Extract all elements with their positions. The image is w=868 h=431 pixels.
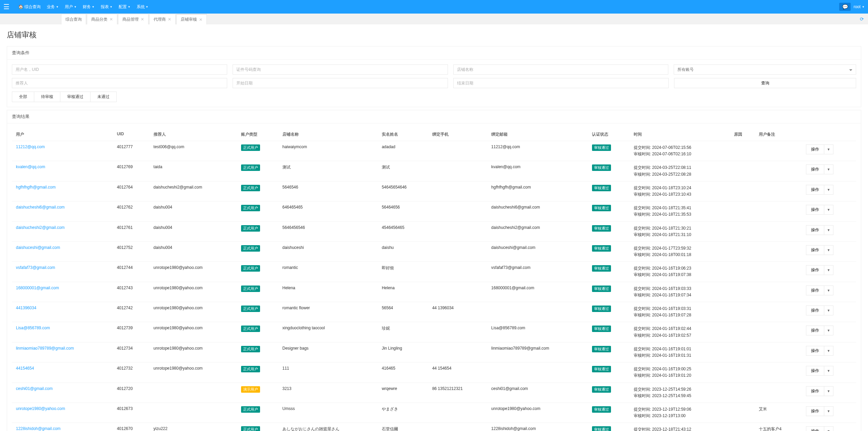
end-date-input[interactable] [453,78,669,88]
operate-caret[interactable]: ▼ [824,225,833,235]
user-link[interactable]: vsfafaf73@gmail.com [16,265,55,270]
operate-caret[interactable]: ▼ [824,406,833,416]
operate-button[interactable]: 操作 [806,426,824,431]
status-tab[interactable]: 待审核 [34,92,60,102]
user-link[interactable]: Lisa@856789.com [16,326,50,330]
user-link[interactable]: 168000001@gmail.com [16,286,59,290]
user-link[interactable]: unrotope1980@yahoo.com [16,406,65,411]
user-link[interactable]: linmiaomiao789789@gmail.com [16,346,74,351]
nav-item[interactable]: 财务 ▼ [81,4,97,10]
tab[interactable]: 商品分类✕ [87,14,117,24]
operate-caret[interactable]: ▼ [824,306,833,315]
operate-button[interactable]: 操作 [806,406,824,416]
tabs-bar: 综合查询商品分类✕商品管理✕代理商✕店铺审核✕ ⟳ [0,14,868,24]
operate-caret[interactable]: ▼ [824,286,833,295]
tab-label: 店铺审核 [181,17,197,22]
phone-cell [428,241,487,261]
nav-item[interactable]: 业务 ▼ [45,4,61,10]
user-link[interactable]: 441396034 [16,306,36,310]
operate-button[interactable]: 操作 [806,205,824,215]
user-menu[interactable]: 💬 root ▼ [839,3,865,11]
close-icon[interactable]: ✕ [199,17,202,22]
close-icon[interactable]: ✕ [110,17,113,22]
account-select[interactable]: 所有账号 [674,64,856,75]
refresh-icon[interactable]: ⟳ [860,16,864,22]
caret-down-icon: ▼ [56,5,59,8]
chat-icon[interactable]: 💬 [839,3,851,11]
home-icon: 🏠 [18,4,23,9]
nav-item[interactable]: 报表 ▼ [99,4,115,10]
reason-cell [730,342,755,362]
operate-button[interactable]: 操作 [806,265,824,275]
close-icon[interactable]: ✕ [141,17,144,22]
hamburger-icon[interactable]: ☰ [3,3,9,11]
nav-item[interactable]: 配置 ▼ [117,4,133,10]
column-header: 用户备注 [755,128,802,141]
operate-button[interactable]: 操作 [806,326,824,335]
results-panel: 查询结果 用户UID推荐人账户类型店铺名称实名姓名绑定手机绑定邮箱认证状态时间原… [7,110,861,431]
nav-item[interactable]: 🏠 综合查询 [16,4,43,10]
account-type-badge: 正式用户 [241,406,260,413]
operate-caret[interactable]: ▼ [824,366,833,376]
tab-label: 综合查询 [65,17,82,22]
operate-button[interactable]: 操作 [806,164,824,174]
operate-caret[interactable]: ▼ [824,245,833,255]
table-row: vsfafaf73@gmail.com4012744unrotope1980@y… [12,262,856,282]
operate-caret[interactable]: ▼ [824,386,833,396]
tab[interactable]: 商品管理✕ [118,14,149,24]
operate-caret[interactable]: ▼ [824,205,833,215]
tab[interactable]: 综合查询 [61,14,86,24]
operate-button[interactable]: 操作 [806,185,824,195]
email-cell: daishucheshi6@gmail.com [487,201,588,221]
tab[interactable]: 代理商✕ [149,14,176,24]
remark-cell [755,201,802,221]
start-date-input[interactable] [233,78,448,88]
operate-caret[interactable]: ▼ [824,185,833,195]
account-type-badge: 正式用户 [241,245,260,252]
operate-button[interactable]: 操作 [806,366,824,376]
user-link[interactable]: daishucheshi6@gmail.com [16,205,65,210]
realname-cell: Helena [378,282,428,302]
user-link[interactable]: 44154654 [16,366,34,371]
search-button[interactable]: 查询 [674,78,856,88]
nav-item[interactable]: 用户 ▼ [63,4,79,10]
operate-caret[interactable]: ▼ [824,426,833,431]
user-link[interactable]: kvalen@qq.com [16,164,45,169]
operate-button[interactable]: 操作 [806,144,824,154]
tab[interactable]: 店铺审核✕ [176,14,207,24]
shop-cell: 5646456546 [278,221,378,241]
operate-button[interactable]: 操作 [806,286,824,295]
recommender-input[interactable] [12,78,227,88]
time-cell: 提交时间: 2024-01-17T23:59:32审核时间: 2024-01-1… [634,245,726,258]
nav-item[interactable]: 系统 ▼ [135,4,151,10]
operate-button[interactable]: 操作 [806,306,824,315]
close-icon[interactable]: ✕ [168,17,171,22]
operate-caret[interactable]: ▼ [824,144,833,154]
account-type-badge: 正式用户 [241,286,260,292]
user-link[interactable]: 1228ishidoh@gmail.com [16,426,61,431]
user-link[interactable]: hgfhfhgfh@gmail.com [16,185,56,190]
email-cell: Lisa@856789.com [487,322,588,342]
status-tab[interactable]: 审核通过 [60,92,91,102]
uid-cell: 4012764 [113,181,150,201]
operate-caret[interactable]: ▼ [824,346,833,356]
status-tab[interactable]: 全部 [12,92,34,102]
operate-caret[interactable]: ▼ [824,326,833,335]
status-tab[interactable]: 未通过 [90,92,117,102]
operate-caret[interactable]: ▼ [824,265,833,275]
operate-caret[interactable]: ▼ [824,164,833,174]
user-link[interactable]: daishucheshi2@gmail.com [16,225,65,230]
user-link[interactable]: ceshi01@gmail.com [16,386,53,391]
cert-no-input[interactable] [233,64,448,75]
user-uid-input[interactable] [12,64,227,75]
shop-cell: romantic [278,262,378,282]
operate-button[interactable]: 操作 [806,346,824,356]
user-link[interactable]: daishuceshi@gmail.com [16,245,60,250]
column-header: 认证状态 [588,128,629,141]
shop-name-input[interactable] [453,64,669,75]
operate-button[interactable]: 操作 [806,245,824,255]
user-link[interactable]: 11212@qq.com [16,144,45,149]
status-badge: 审核通过 [592,144,611,151]
operate-button[interactable]: 操作 [806,225,824,235]
operate-button[interactable]: 操作 [806,386,824,396]
